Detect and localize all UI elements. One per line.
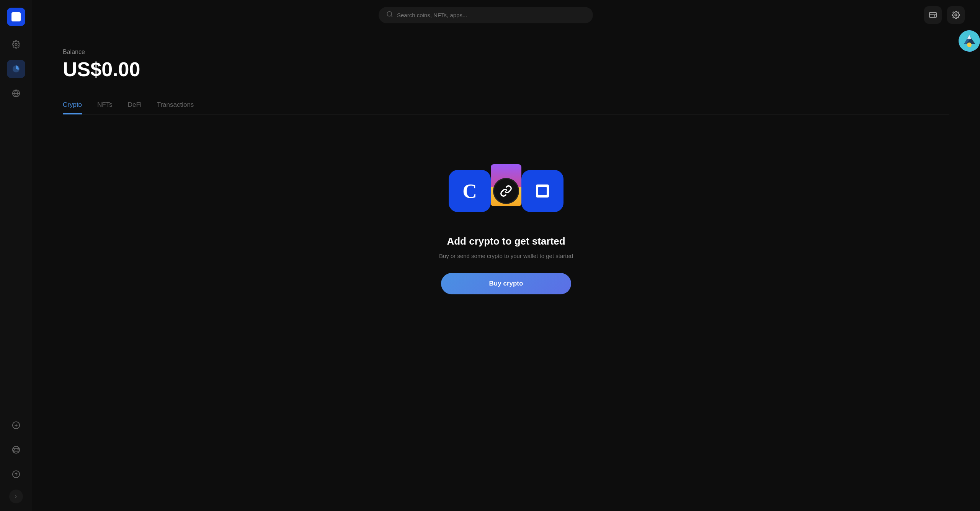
search-icon [386, 11, 393, 20]
balance-amount: US$0.00 [63, 58, 949, 81]
buy-crypto-button[interactable]: Buy crypto [441, 273, 571, 294]
tab-transactions[interactable]: Transactions [157, 96, 194, 114]
svg-point-21 [967, 42, 972, 47]
sidebar-item-send[interactable] [7, 465, 25, 483]
content-area: Balance US$0.00 Crypto NFTs DeFi Transac… [32, 30, 980, 511]
empty-state-subtitle: Buy or send some crypto to your wallet t… [439, 253, 573, 259]
svg-rect-13 [929, 13, 936, 18]
tab-crypto[interactable]: Crypto [63, 96, 82, 114]
svg-point-15 [934, 16, 935, 16]
sidebar-item-settings[interactable] [7, 35, 25, 54]
svg-point-16 [955, 14, 957, 16]
crypto-icon-square [521, 170, 564, 212]
search-bar[interactable] [379, 7, 593, 23]
sidebar-item-add[interactable] [7, 416, 25, 434]
balance-section: Balance US$0.00 [63, 49, 949, 81]
sidebar-item-explore[interactable] [7, 84, 25, 103]
wallet-button[interactable] [924, 6, 942, 24]
main-content: Balance US$0.00 Crypto NFTs DeFi Transac… [32, 0, 980, 511]
sidebar: › [0, 0, 32, 511]
sidebar-item-swap[interactable] [7, 441, 25, 459]
svg-line-12 [391, 15, 392, 16]
sidebar-bottom-actions: › [7, 416, 25, 503]
settings-button[interactable] [947, 6, 965, 24]
balance-label: Balance [63, 49, 949, 56]
empty-state-title: Add crypto to get started [447, 235, 565, 247]
crypto-icon-link [493, 178, 519, 204]
svg-rect-23 [538, 187, 547, 195]
header [32, 0, 980, 30]
search-input[interactable] [397, 12, 585, 18]
crypto-icon-coinbase: C [449, 170, 491, 212]
avatar-container [959, 30, 980, 52]
tab-nfts[interactable]: NFTs [97, 96, 113, 114]
header-actions [924, 6, 965, 24]
crypto-illustration: C [449, 160, 564, 222]
svg-point-11 [387, 11, 392, 16]
tab-defi[interactable]: DeFi [128, 96, 142, 114]
app-logo[interactable] [7, 8, 25, 26]
svg-point-0 [15, 43, 17, 46]
avatar[interactable] [959, 30, 980, 52]
chevron-right-icon: › [15, 493, 17, 500]
sidebar-expand-button[interactable]: › [9, 490, 23, 503]
tabs: Crypto NFTs DeFi Transactions [63, 96, 949, 114]
empty-state: C [63, 137, 949, 317]
sidebar-item-portfolio[interactable] [7, 60, 25, 78]
